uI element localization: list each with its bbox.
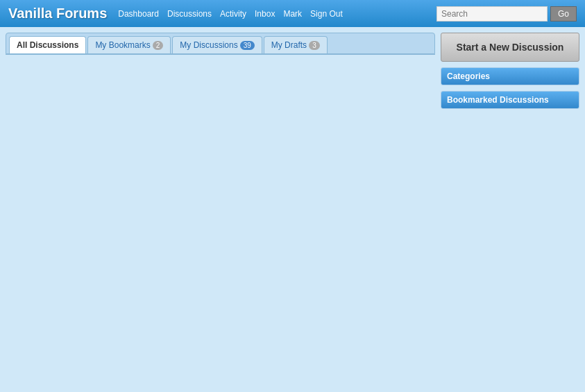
tab-badge-mine: 39 [240, 41, 255, 50]
nav-item-signout[interactable]: Sign Out [310, 9, 343, 19]
categories-box: Categories [441, 67, 579, 85]
header: Vanilla Forums DashboardDiscussionsActiv… [0, 0, 585, 27]
tab-bookmarks[interactable]: My Bookmarks2 [87, 36, 171, 53]
nav-item-discussions[interactable]: Discussions [167, 9, 212, 19]
tab-badge-bookmarks: 2 [153, 41, 164, 50]
categories-title: Categories [441, 68, 579, 85]
search-input[interactable] [436, 6, 548, 22]
bookmarked-title: Bookmarked Discussions [441, 92, 579, 108]
start-discussion-button[interactable]: Start a New Discussion [441, 33, 579, 62]
bookmarked-box: Bookmarked Discussions [441, 91, 579, 109]
tab-badge-drafts: 3 [309, 41, 320, 50]
logo: Vanilla Forums [8, 6, 107, 22]
search-button[interactable]: Go [550, 6, 577, 22]
search-area: Go [436, 6, 577, 22]
nav-item-mark[interactable]: Mark [283, 9, 302, 19]
main-nav: DashboardDiscussionsActivityInboxMarkSig… [118, 9, 436, 19]
tab-drafts[interactable]: My Drafts3 [264, 36, 328, 53]
nav-item-dashboard[interactable]: Dashboard [118, 9, 159, 19]
tab-mine[interactable]: My Discussions39 [172, 36, 262, 53]
sidebar: Start a New Discussion Categories Bookma… [441, 33, 579, 114]
discussions-list [6, 54, 435, 55]
nav-item-activity[interactable]: Activity [220, 9, 246, 19]
left-content: All DiscussionsMy Bookmarks2My Discussio… [6, 33, 435, 114]
tabs-bar: All DiscussionsMy Bookmarks2My Discussio… [6, 33, 435, 54]
tab-all[interactable]: All Discussions [9, 36, 86, 53]
nav-item-inbox[interactable]: Inbox [255, 9, 275, 19]
main-layout: All DiscussionsMy Bookmarks2My Discussio… [0, 27, 585, 120]
